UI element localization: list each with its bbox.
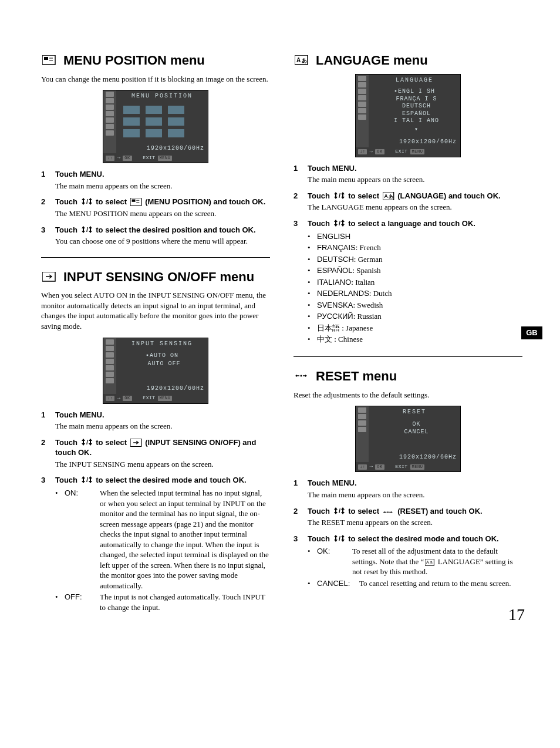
step-sub: You can choose one of 9 positions where …	[55, 236, 270, 247]
svg-text:/: /	[339, 192, 340, 199]
step-head: Touch MENU.	[308, 163, 522, 174]
step-sub: The main menu appears on the screen.	[55, 181, 270, 191]
input-sensing-intro: When you select AUTO ON in the INPUT SEN…	[41, 290, 270, 331]
step-head: Touch / to select a language and touch O…	[308, 218, 522, 229]
heading-menu-position: MENU POSITION menu	[41, 52, 270, 69]
step-head: Touch / to select (MENU POSITION) and to…	[55, 197, 270, 207]
osd-input-sensing: INPUT SENSING ▪AUTO ON AUTO OFF 1920x120…	[41, 338, 270, 404]
input-icon	[42, 272, 58, 282]
off-desc: The input is not changed automatically. …	[100, 592, 270, 612]
ok-desc: To reset all of the adjustment data to t…	[352, 546, 522, 577]
reset-intro: Reset the adjustments to the default set…	[294, 390, 522, 400]
arrows-icon: /	[333, 218, 345, 228]
step-head: Touch / to select the desired mode and t…	[55, 475, 270, 486]
step-sub: The LANGUAGE menu appears on the screen.	[308, 202, 522, 213]
arrows-icon: /	[81, 197, 93, 206]
arrows-icon: /	[333, 534, 345, 543]
svg-text:/: /	[339, 507, 340, 514]
heading-input-sensing: INPUT SENSING ON/OFF menu	[41, 268, 270, 286]
lang-icon	[425, 559, 434, 566]
step-head: Touch / to select (INPUT SENSING ON/OFF)…	[55, 437, 270, 458]
arrows-icon: /	[333, 191, 345, 200]
page-number: 17	[508, 604, 525, 626]
arrows-icon: /	[333, 506, 345, 515]
step-sub: The MENU POSITION menu appears on the sc…	[55, 208, 270, 219]
reset-icon	[383, 508, 394, 515]
osd-language: LANGUAGE ▪ENGL I SH FRANÇA I S DEUTSCH E…	[294, 74, 522, 157]
svg-text:/: /	[86, 476, 88, 483]
svg-text:/: /	[86, 439, 88, 446]
menupos-icon	[42, 55, 58, 66]
reset-icon	[295, 371, 310, 382]
step-head: Touch MENU.	[55, 169, 270, 180]
arrows-icon: /	[81, 437, 93, 447]
side-tab: GB	[521, 326, 542, 339]
svg-text:/: /	[86, 198, 88, 205]
step-head: Touch / to select (RESET) and touch OK.	[308, 506, 522, 517]
step-sub: The RESET menu appears on the screen.	[308, 517, 522, 528]
step-head: Touch MENU.	[55, 410, 270, 420]
right-column: LANGUAGE menu LANGUAGE ▪ENGL I SH FRANÇA…	[294, 41, 522, 620]
osd-menu-position: MENU POSITION 1920x1200/60Hz ↓↑→OK EXITM…	[41, 90, 270, 163]
step-head: Touch MENU.	[308, 478, 522, 488]
step-sub: The main menu appears on the screen.	[308, 490, 522, 500]
step-sub: The main menu appears on the screen.	[55, 421, 270, 432]
menupos-icon	[130, 198, 142, 206]
heading-language: LANGUAGE menu	[294, 52, 522, 69]
step-sub: The INPUT SENSING menu appears on the sc…	[55, 459, 270, 470]
step-head: Touch / to select the desired mode and t…	[308, 534, 522, 544]
left-column: MENU POSITION menu You can change the me…	[41, 41, 270, 620]
arrows-icon: /	[81, 225, 93, 234]
lang-icon	[295, 55, 310, 66]
lang-icon	[383, 192, 394, 200]
step-sub: The main menu appears on the screen.	[308, 174, 522, 185]
svg-text:/: /	[339, 535, 340, 542]
osd-reset: RESET OK CANCEL 1920x1200/60Hz ↓↑→OK EXI…	[294, 406, 522, 472]
arrows-icon: /	[81, 475, 93, 484]
step-head: Touch / to select (LANGUAGE) and touch O…	[308, 191, 522, 201]
language-list: ENGLISH FRANÇAIS: French DEUTSCH: German…	[308, 231, 522, 345]
cancel-desc: To cancel resetting and return to the me…	[359, 578, 522, 589]
svg-text:/: /	[339, 220, 340, 227]
step-head: Touch / to select the desired position a…	[55, 225, 270, 235]
menu-position-intro: You can change the menu position if it i…	[41, 74, 270, 85]
svg-text:/: /	[86, 226, 88, 233]
on-desc: When the selected input terminal has no …	[100, 488, 270, 591]
heading-reset: RESET menu	[294, 368, 522, 385]
input-icon	[130, 439, 142, 447]
